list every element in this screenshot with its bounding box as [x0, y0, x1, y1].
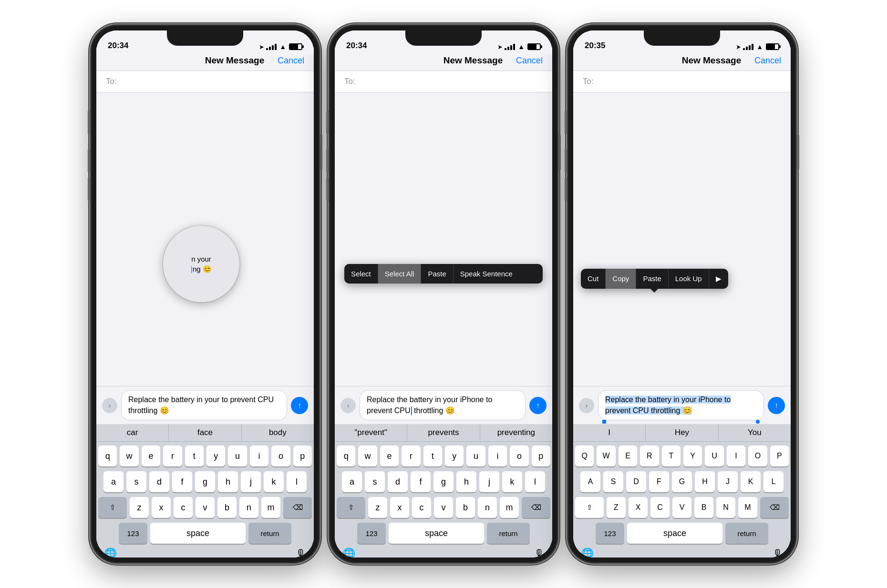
cancel-button-2[interactable]: Cancel — [516, 56, 543, 66]
key-x-1[interactable]: x — [152, 497, 171, 518]
mic-icon-3[interactable]: 🎙 — [773, 547, 783, 558]
key-n-2[interactable]: n — [478, 497, 497, 518]
delete-key-2[interactable]: ⌫ — [522, 497, 550, 518]
key-f-2[interactable]: f — [411, 471, 431, 492]
predictive-item-2-1[interactable]: prevents — [407, 424, 480, 441]
compose-input-2[interactable]: Replace the battery in your iPhone to pr… — [360, 390, 526, 420]
key-G-3[interactable]: G — [672, 471, 692, 492]
key-z-1[interactable]: z — [130, 497, 149, 518]
key-c-1[interactable]: c — [174, 497, 193, 518]
key-U-3[interactable]: U — [705, 446, 723, 466]
key-n-1[interactable]: n — [239, 497, 258, 518]
key-r-1[interactable]: r — [163, 446, 182, 466]
key-j-2[interactable]: j — [479, 471, 499, 492]
context-cut-3[interactable]: Cut — [581, 269, 606, 289]
key-d-1[interactable]: d — [149, 471, 169, 492]
key-j-1[interactable]: j — [241, 471, 261, 492]
key-a-1[interactable]: a — [103, 471, 124, 492]
key-D-3[interactable]: D — [626, 471, 646, 492]
key-r-2[interactable]: r — [402, 446, 420, 466]
key-b-1[interactable]: b — [217, 497, 237, 518]
space-key-3[interactable]: space — [627, 523, 722, 544]
context-lookup-3[interactable]: Look Up — [669, 269, 709, 289]
expand-button-3[interactable]: › — [579, 398, 594, 413]
mic-icon-1[interactable]: 🎙 — [296, 547, 306, 558]
key-y-1[interactable]: y — [206, 446, 225, 466]
to-field-2[interactable]: To: — [335, 71, 552, 92]
key-K-3[interactable]: K — [741, 471, 761, 492]
num-key-1[interactable]: 123 — [119, 523, 147, 544]
globe-icon-3[interactable]: 🌐 — [581, 547, 594, 558]
key-B-3[interactable]: B — [694, 497, 713, 518]
key-O-3[interactable]: O — [748, 446, 767, 466]
context-select-2[interactable]: Select — [344, 264, 378, 284]
key-J-3[interactable]: J — [718, 471, 738, 492]
delete-key-1[interactable]: ⌫ — [283, 497, 312, 518]
send-button-3[interactable]: ↑ — [768, 397, 785, 414]
key-e-2[interactable]: e — [380, 446, 399, 466]
key-A-3[interactable]: A — [580, 471, 600, 492]
key-s-2[interactable]: s — [365, 471, 385, 492]
key-m-2[interactable]: m — [500, 497, 519, 518]
key-R-3[interactable]: R — [640, 446, 659, 466]
delete-key-3[interactable]: ⌫ — [760, 497, 789, 518]
predictive-item-3-0[interactable]: I — [573, 424, 646, 441]
key-l-2[interactable]: l — [525, 471, 545, 492]
expand-button-1[interactable]: › — [102, 398, 117, 413]
key-e-1[interactable]: e — [142, 446, 160, 466]
key-h-2[interactable]: h — [456, 471, 476, 492]
context-copy-3[interactable]: Copy — [606, 269, 636, 289]
key-v-1[interactable]: v — [196, 497, 215, 518]
space-key-2[interactable]: space — [389, 523, 484, 544]
key-k-1[interactable]: k — [264, 471, 284, 492]
key-H-3[interactable]: H — [695, 471, 715, 492]
return-key-3[interactable]: return — [725, 523, 768, 544]
predictive-item-3-1[interactable]: Hey — [646, 424, 718, 441]
shift-key-2[interactable]: ⇧ — [337, 497, 365, 518]
key-N-3[interactable]: N — [716, 497, 735, 518]
cancel-button-3[interactable]: Cancel — [754, 56, 781, 66]
compose-input-1[interactable]: Replace the battery in your to prevent C… — [121, 390, 287, 420]
key-I-3[interactable]: I — [727, 446, 745, 466]
to-field-1[interactable]: To: — [96, 71, 314, 92]
key-w-1[interactable]: w — [120, 446, 138, 466]
predictive-item-1-2[interactable]: body — [242, 424, 314, 441]
context-paste-3[interactable]: Paste — [636, 269, 668, 289]
predictive-item-1-0[interactable]: car — [96, 424, 169, 441]
key-h-1[interactable]: h — [218, 471, 238, 492]
key-l-1[interactable]: l — [287, 471, 307, 492]
key-v-2[interactable]: v — [434, 497, 453, 518]
key-Y-3[interactable]: Y — [683, 446, 702, 466]
send-button-1[interactable]: ↑ — [291, 397, 308, 414]
globe-icon-2[interactable]: 🌐 — [342, 547, 355, 558]
key-p-2[interactable]: p — [532, 446, 550, 466]
to-field-3[interactable]: To: — [573, 71, 791, 92]
shift-key-3[interactable]: ⇧ — [575, 497, 604, 518]
key-a-2[interactable]: a — [342, 471, 362, 492]
cancel-button-1[interactable]: Cancel — [278, 56, 304, 66]
context-speak-2[interactable]: Speak Sentence — [454, 264, 519, 284]
key-o-2[interactable]: o — [510, 446, 528, 466]
key-o-1[interactable]: o — [271, 446, 290, 466]
key-F-3[interactable]: F — [649, 471, 669, 492]
key-s-1[interactable]: s — [126, 471, 146, 492]
predictive-item-3-2[interactable]: You — [719, 424, 791, 441]
key-V-3[interactable]: V — [672, 497, 691, 518]
compose-input-3[interactable]: Replace the battery in your iPhone to pr… — [598, 390, 764, 420]
key-k-2[interactable]: k — [502, 471, 522, 492]
key-L-3[interactable]: L — [763, 471, 784, 492]
key-g-1[interactable]: g — [195, 471, 215, 492]
key-Z-3[interactable]: Z — [607, 497, 626, 518]
mic-icon-2[interactable]: 🎙 — [534, 547, 545, 558]
key-T-3[interactable]: T — [662, 446, 681, 466]
predictive-item-2-0[interactable]: "prevent" — [335, 424, 407, 441]
key-g-2[interactable]: g — [433, 471, 454, 492]
key-p-1[interactable]: p — [293, 446, 312, 466]
send-button-2[interactable]: ↑ — [529, 397, 547, 414]
predictive-item-2-2[interactable]: preventing — [480, 424, 552, 441]
key-f-1[interactable]: f — [172, 471, 192, 492]
globe-icon-1[interactable]: 🌐 — [104, 547, 117, 558]
key-Q-3[interactable]: Q — [575, 446, 594, 466]
predictive-item-1-1[interactable]: face — [169, 424, 241, 441]
key-y-2[interactable]: y — [445, 446, 464, 466]
